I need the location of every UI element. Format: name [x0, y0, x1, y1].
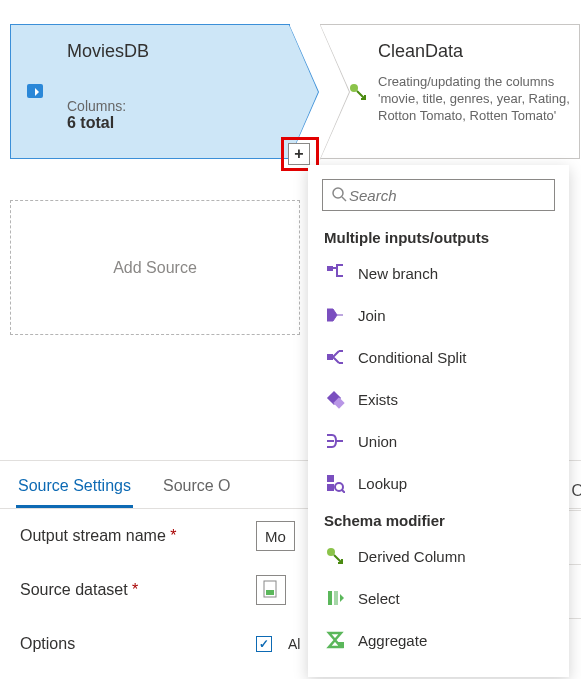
derived-column-icon	[347, 81, 369, 103]
menu-item-select[interactable]: Select	[308, 577, 569, 619]
derived-column-icon	[324, 545, 346, 567]
right-panel-rows	[567, 510, 581, 672]
menu-label: New branch	[358, 265, 438, 282]
svg-point-1	[350, 84, 358, 92]
node-derived-description: Creating/updating the columns 'movie, ti…	[378, 74, 579, 125]
svg-rect-8	[327, 475, 334, 482]
menu-item-derived-column[interactable]: Derived Column	[308, 535, 569, 577]
menu-label: Select	[358, 590, 400, 607]
svg-rect-9	[327, 484, 334, 491]
add-source-placeholder[interactable]: Add Source	[10, 200, 300, 335]
node-source-title: MoviesDB	[67, 41, 279, 62]
svg-line-11	[342, 490, 345, 493]
label-source-dataset: Source dataset *	[20, 581, 240, 599]
svg-point-12	[327, 548, 335, 556]
branch-icon	[324, 262, 346, 284]
add-transformation-menu: Multiple inputs/outputs New branch Join …	[308, 165, 569, 677]
menu-item-aggregate[interactable]: Aggregate	[308, 619, 569, 661]
output-stream-input[interactable]: Mo	[256, 521, 295, 551]
columns-count: 6 total	[67, 114, 279, 132]
split-icon	[324, 346, 346, 368]
svg-point-10	[335, 483, 343, 491]
menu-item-new-branch[interactable]: New branch	[308, 252, 569, 294]
svg-rect-13	[328, 591, 332, 605]
tab-source-settings[interactable]: Source Settings	[16, 477, 133, 508]
svg-line-3	[342, 197, 346, 201]
svg-rect-4	[327, 266, 333, 271]
node-derived-title: CleanData	[378, 25, 579, 62]
union-icon	[324, 430, 346, 452]
search-input[interactable]	[347, 186, 546, 205]
svg-rect-17	[266, 590, 274, 595]
menu-label: Conditional Split	[358, 349, 466, 366]
search-input-wrapper[interactable]	[322, 179, 555, 211]
menu-label: Join	[358, 307, 386, 324]
svg-rect-14	[334, 591, 338, 605]
tab-source-options[interactable]: Source O	[161, 477, 233, 508]
menu-label: Exists	[358, 391, 398, 408]
search-icon	[331, 186, 347, 205]
node-source-moviesdb[interactable]: MoviesDB Columns: 6 total	[10, 24, 290, 159]
menu-label: Union	[358, 433, 397, 450]
menu-label: Lookup	[358, 475, 407, 492]
label-output-stream: Output stream name *	[20, 527, 240, 545]
svg-rect-5	[327, 354, 333, 360]
menu-item-lookup[interactable]: Lookup	[308, 462, 569, 504]
select-icon	[324, 587, 346, 609]
options-checkbox-label: Al	[288, 636, 300, 652]
menu-group-header-io: Multiple inputs/outputs	[308, 221, 569, 252]
aggregate-icon	[324, 629, 346, 651]
plus-icon: +	[294, 145, 303, 163]
add-transformation-button[interactable]: +	[288, 143, 310, 165]
columns-label: Columns:	[67, 98, 279, 114]
join-icon	[324, 304, 346, 326]
add-source-label: Add Source	[113, 259, 197, 277]
csv-file-icon	[262, 580, 280, 601]
menu-item-union[interactable]: Union	[308, 420, 569, 462]
svg-point-2	[333, 188, 343, 198]
dataset-picker-button[interactable]	[256, 575, 286, 605]
tab-right-partial[interactable]: O	[572, 466, 581, 510]
options-checkbox[interactable]: ✓	[256, 636, 272, 652]
menu-item-conditional-split[interactable]: Conditional Split	[308, 336, 569, 378]
lookup-icon	[324, 472, 346, 494]
menu-item-join[interactable]: Join	[308, 294, 569, 336]
exists-icon	[324, 388, 346, 410]
node-derived-cleandata[interactable]: CleanData Creating/updating the columns …	[320, 24, 580, 159]
svg-rect-15	[338, 642, 344, 648]
menu-group-header-schema: Schema modifier	[308, 504, 569, 535]
menu-item-exists[interactable]: Exists	[308, 378, 569, 420]
label-options: Options	[20, 635, 240, 653]
source-dataset-icon	[25, 81, 47, 103]
menu-label: Derived Column	[358, 548, 466, 565]
menu-label: Aggregate	[358, 632, 427, 649]
